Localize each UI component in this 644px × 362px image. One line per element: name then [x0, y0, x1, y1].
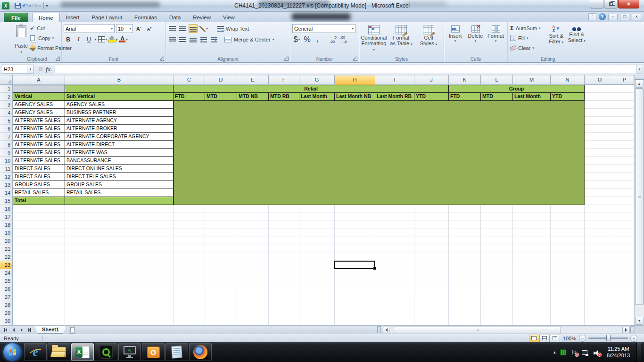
cell-P26[interactable]	[615, 285, 634, 293]
ribbon-tab-file[interactable]: File	[4, 13, 28, 22]
cell-B23[interactable]	[65, 261, 173, 269]
number-format-select[interactable]: General▾	[292, 24, 355, 33]
cell-P4[interactable]	[615, 109, 634, 117]
cell-P10[interactable]	[615, 157, 634, 165]
cell-B22[interactable]	[65, 253, 173, 261]
cell-B24[interactable]	[65, 269, 173, 277]
cell-D16[interactable]	[205, 205, 237, 213]
minimize-button[interactable]: −	[590, 0, 603, 8]
help-button[interactable]: ?	[599, 13, 606, 20]
cell-D18[interactable]	[205, 221, 237, 229]
cell-G20[interactable]	[299, 237, 335, 245]
cell-P23[interactable]	[615, 261, 634, 269]
cell-O25[interactable]	[585, 277, 615, 285]
cell-N30[interactable]	[551, 317, 585, 325]
cell-N19[interactable]	[551, 229, 585, 237]
scroll-up-button[interactable]: ▲	[635, 80, 644, 88]
cell-P2[interactable]	[615, 93, 634, 101]
delete-cells-button[interactable]: Delete▾	[465, 23, 486, 55]
cell-P6[interactable]	[615, 125, 634, 133]
cell-J29[interactable]	[414, 309, 449, 317]
cell-M29[interactable]	[513, 309, 551, 317]
row-header-25[interactable]: 25	[0, 277, 13, 285]
vertical-scroll-thumb[interactable]	[635, 88, 644, 305]
align-bottom-button[interactable]	[189, 24, 198, 33]
cell-C25[interactable]	[173, 277, 205, 285]
cell-K20[interactable]	[449, 237, 481, 245]
cell-I20[interactable]	[375, 237, 414, 245]
column-header-G[interactable]: G	[299, 75, 335, 85]
cell-P28[interactable]	[615, 301, 634, 309]
row-header-21[interactable]: 21	[0, 245, 13, 253]
horizontal-scroll-thumb[interactable]	[394, 327, 561, 333]
scroll-right-button[interactable]	[622, 327, 630, 333]
cell-A25[interactable]	[13, 277, 65, 285]
cell-N18[interactable]	[551, 221, 585, 229]
cell-F25[interactable]	[269, 277, 299, 285]
cell-J30[interactable]	[414, 317, 449, 325]
cell-G2[interactable]: Last Month	[299, 93, 335, 101]
cell-D30[interactable]	[205, 317, 237, 325]
name-box[interactable]: H23	[1, 65, 27, 74]
cell-O6[interactable]	[585, 125, 615, 133]
cell-G23[interactable]	[299, 261, 335, 269]
cell-M19[interactable]	[513, 229, 551, 237]
zoom-slider-thumb[interactable]	[606, 335, 611, 341]
page-break-view-button[interactable]	[550, 335, 560, 342]
select-all-corner[interactable]	[0, 75, 13, 85]
cell-A13[interactable]: GROUP SALES	[13, 181, 65, 189]
ribbon-tab-home[interactable]: Home	[32, 13, 60, 22]
cell-K18[interactable]	[449, 221, 481, 229]
row-header-18[interactable]: 18	[0, 221, 13, 229]
cell-E28[interactable]	[237, 301, 269, 309]
cell-L21[interactable]	[481, 245, 513, 253]
cell-D25[interactable]	[205, 277, 237, 285]
cell-F26[interactable]	[269, 285, 299, 293]
cell-F27[interactable]	[269, 293, 299, 301]
cell-D24[interactable]	[205, 269, 237, 277]
cell-J20[interactable]	[414, 237, 449, 245]
decrease-decimal-button[interactable]: .00→.0	[339, 35, 348, 44]
cell-A6[interactable]: ALTERNATE SALES	[13, 125, 65, 133]
cell-C18[interactable]	[173, 221, 205, 229]
cell-O12[interactable]	[585, 173, 615, 181]
cell-P20[interactable]	[615, 237, 634, 245]
cell-K21[interactable]	[449, 245, 481, 253]
align-left-button[interactable]	[168, 35, 177, 44]
cell-C27[interactable]	[173, 293, 205, 301]
cell-L23[interactable]	[481, 261, 513, 269]
cell-L17[interactable]	[481, 213, 513, 221]
cell-C30[interactable]	[173, 317, 205, 325]
cell-H22[interactable]	[335, 253, 375, 261]
cell-G16[interactable]	[299, 205, 335, 213]
next-sheet-button[interactable]	[18, 327, 25, 333]
tray-expand-button[interactable]: ▲	[553, 350, 556, 354]
cell-I27[interactable]	[375, 293, 414, 301]
column-header-C[interactable]: C	[173, 75, 205, 85]
row-header-19[interactable]: 19	[0, 229, 13, 237]
green-data-block[interactable]	[173, 101, 585, 205]
cell-K22[interactable]	[449, 253, 481, 261]
cell-M23[interactable]	[513, 261, 551, 269]
taskbar-outlook[interactable]: O	[142, 343, 165, 361]
cell-D2[interactable]: MTD	[205, 93, 237, 101]
cell-J18[interactable]	[414, 221, 449, 229]
cell-G24[interactable]	[299, 269, 335, 277]
cell-C26[interactable]	[173, 285, 205, 293]
zoom-out-button[interactable]: −	[579, 335, 586, 342]
cell-B6[interactable]: ALTERNATE BROKER	[65, 125, 173, 133]
cell-H28[interactable]	[335, 301, 375, 309]
cell-O24[interactable]	[585, 269, 615, 277]
column-header-H[interactable]: H	[335, 75, 375, 85]
cell-O29[interactable]	[585, 309, 615, 317]
cell-P30[interactable]	[615, 317, 634, 325]
row-header-1[interactable]: 1	[0, 85, 13, 93]
cell-H17[interactable]	[335, 213, 375, 221]
cell-H2[interactable]: Last Month NB	[335, 93, 375, 101]
cell-E27[interactable]	[237, 293, 269, 301]
cell-M21[interactable]	[513, 245, 551, 253]
tray-clock[interactable]: 11:25 AM 8/24/2013	[607, 346, 630, 359]
cell-B29[interactable]	[65, 309, 173, 317]
cell-P17[interactable]	[615, 213, 634, 221]
increase-indent-button[interactable]	[209, 35, 218, 44]
